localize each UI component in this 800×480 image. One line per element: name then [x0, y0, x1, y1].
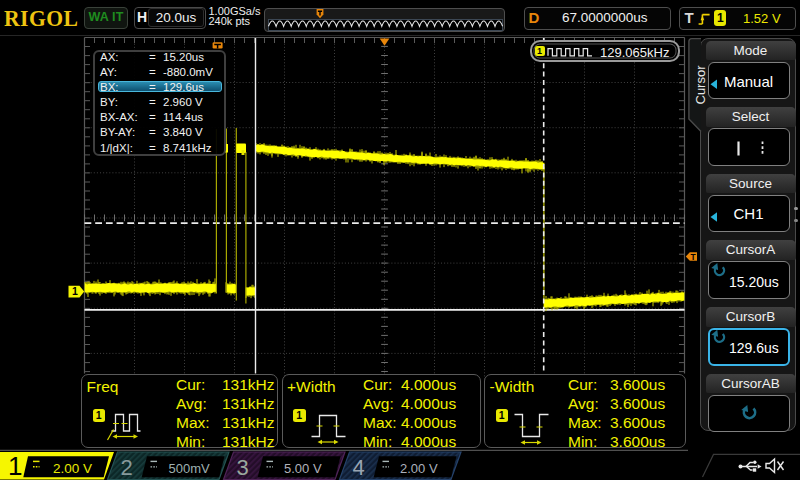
svg-text:2.00 V: 2.00 V: [400, 461, 438, 476]
svg-text:2.00 V: 2.00 V: [53, 461, 92, 476]
svg-text:5.00 V: 5.00 V: [284, 461, 322, 476]
svg-text:3: 3: [237, 455, 249, 480]
svg-text:1: 1: [8, 451, 22, 480]
svg-text:2: 2: [121, 455, 133, 480]
svg-text:500mV: 500mV: [169, 461, 211, 476]
svg-text:4: 4: [353, 455, 365, 480]
